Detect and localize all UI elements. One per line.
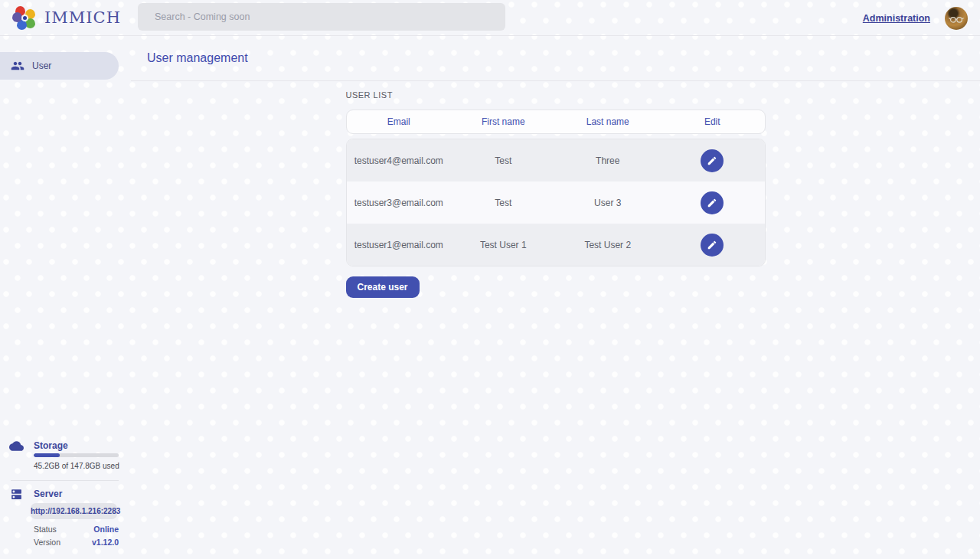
storage-progress-bar (34, 453, 119, 457)
glasses-icon (948, 10, 965, 27)
cell-last-name: User 3 (594, 198, 621, 208)
edit-user-button[interactable] (701, 191, 724, 214)
cell-last-name: Test User 2 (584, 240, 631, 250)
storage-title: Storage (34, 440, 68, 451)
cell-email: testuser3@email.com (354, 198, 443, 208)
server-title: Server (34, 489, 62, 499)
column-header-edit: Edit (704, 116, 720, 127)
main-content: User management USER LIST Email First na… (131, 36, 980, 559)
edit-user-button[interactable] (701, 149, 724, 172)
sidebar-item-label: User (32, 60, 51, 71)
sidebar-item-user[interactable]: User (0, 52, 119, 80)
table-row: testuser4@email.com Test Three (347, 139, 765, 181)
edit-user-button[interactable] (701, 234, 724, 257)
search-input[interactable] (138, 3, 505, 31)
top-navbar: IMMICH Administration (0, 0, 980, 36)
server-status-row: Status Online (34, 525, 119, 534)
title-bar: User management (131, 36, 980, 81)
column-header-last-name: Last name (586, 116, 629, 127)
server-icon (10, 488, 23, 501)
server-version-row: Version v1.12.0 (34, 538, 119, 547)
pencil-icon (707, 198, 717, 208)
create-user-button[interactable]: Create user (346, 276, 420, 298)
version-value: v1.12.0 (92, 538, 119, 547)
storage-progress-fill (34, 453, 60, 457)
storage-usage-text: 45.2GB of 147.8GB used (34, 462, 119, 470)
users-icon (11, 59, 24, 73)
app-logo[interactable]: IMMICH (12, 5, 121, 31)
cloud-icon (9, 439, 24, 453)
cell-first-name: Test User 1 (480, 240, 527, 250)
page-title: User management (147, 51, 248, 65)
pencil-icon (707, 155, 717, 166)
server-url-badge: http://192.168.1.216:2283 (31, 503, 117, 519)
cell-first-name: Test (495, 198, 511, 208)
table-row: testuser1@email.com Test User 1 Test Use… (347, 224, 765, 266)
status-label: Status (34, 525, 57, 534)
column-header-first-name: First name (482, 116, 525, 127)
table-header-row: Email First name Last name Edit (346, 110, 766, 134)
version-label: Version (34, 538, 60, 547)
status-value: Online (93, 525, 119, 534)
cell-email: testuser1@email.com (354, 240, 443, 250)
user-avatar[interactable] (945, 7, 968, 30)
immich-flower-icon (12, 5, 38, 31)
cell-last-name: Three (596, 155, 619, 166)
sidebar-divider (11, 480, 119, 481)
pencil-icon (707, 240, 717, 250)
cell-email: testuser4@email.com (354, 155, 443, 166)
table-row: testuser3@email.com Test User 3 (347, 181, 765, 224)
sidebar: User Storage 45.2GB of 147.8GB used Serv… (0, 36, 131, 559)
app-name: IMMICH (44, 8, 121, 27)
cell-first-name: Test (495, 155, 511, 166)
user-table: testuser4@email.com Test Three testuser3… (346, 139, 766, 266)
column-header-email: Email (387, 116, 410, 127)
administration-link[interactable]: Administration (863, 13, 930, 24)
section-label: USER LIST (346, 90, 766, 100)
